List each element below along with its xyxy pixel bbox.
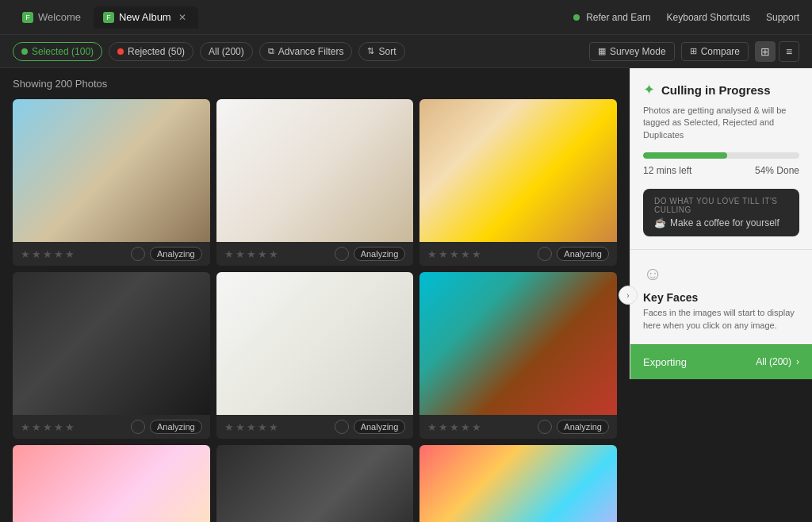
photo-card-8[interactable]: ★★★★★Analyzing (216, 445, 414, 522)
sidebar-toggle-btn[interactable]: › (619, 286, 638, 305)
photo-card-2[interactable]: ★★★★★Analyzing (216, 99, 414, 266)
selected-filter-label: Selected (100) (32, 46, 94, 57)
photo-card-9[interactable]: ★★★★★Analyzing (419, 445, 617, 522)
photo-card-1[interactable]: ★★★★★Analyzing (13, 99, 210, 266)
star-0[interactable]: ★ (21, 421, 30, 433)
photo-select-circle-2[interactable] (335, 247, 349, 261)
tab-album[interactable]: F New Album ✕ (94, 6, 198, 29)
photo-select-circle-4[interactable] (131, 420, 145, 434)
star-0[interactable]: ★ (21, 248, 30, 260)
sort-icon: ⇅ (367, 46, 374, 56)
star-3[interactable]: ★ (54, 248, 63, 260)
photo-grid-container[interactable]: Showing 200 Photos ★★★★★Analyzing★★★★★An… (0, 68, 630, 522)
photo-card-7[interactable]: ★★★★★Analyzing (13, 445, 210, 522)
photo-stars-1[interactable]: ★★★★★ (21, 248, 75, 260)
rejected-filter-label: Rejected (50) (128, 46, 185, 57)
grid-view-btn[interactable]: ⊞ (755, 41, 776, 62)
photo-count: Showing 200 Photos (13, 78, 617, 90)
star-0[interactable]: ★ (427, 421, 437, 433)
star-2[interactable]: ★ (450, 421, 459, 433)
photo-select-circle-1[interactable] (131, 247, 145, 261)
photo-image-3 (419, 99, 617, 242)
photo-actions-5: Analyzing (335, 420, 406, 434)
star-2[interactable]: ★ (247, 421, 256, 433)
star-4[interactable]: ★ (472, 248, 481, 260)
culling-header: ✦ Culling in Progress (643, 81, 799, 98)
star-1[interactable]: ★ (236, 248, 245, 260)
star-1[interactable]: ★ (439, 421, 448, 433)
star-4[interactable]: ★ (269, 421, 278, 433)
star-1[interactable]: ★ (32, 248, 41, 260)
photo-select-circle-3[interactable] (538, 247, 552, 261)
topbar: F Welcome F New Album ✕ Refer and Earn K… (0, 0, 812, 35)
selected-filter-btn[interactable]: Selected (100) (13, 42, 102, 61)
support-link[interactable]: Support (766, 12, 799, 23)
photo-card-6[interactable]: ★★★★★Analyzing (419, 272, 617, 439)
star-3[interactable]: ★ (461, 421, 470, 433)
photo-stars-2[interactable]: ★★★★★ (224, 248, 278, 260)
star-3[interactable]: ★ (258, 421, 267, 433)
star-2[interactable]: ★ (43, 421, 52, 433)
advance-filters-btn[interactable]: ⧉ Advance Filters (259, 42, 353, 61)
topbar-nav: Refer and Earn Keyboard Shortcuts Suppor… (573, 12, 799, 23)
rejected-filter-btn[interactable]: Rejected (50) (109, 42, 193, 61)
photo-image-5 (216, 272, 414, 415)
advance-filters-label: Advance Filters (278, 46, 344, 57)
tab-welcome[interactable]: F Welcome (13, 6, 90, 28)
photo-actions-6: Analyzing (538, 420, 609, 434)
culling-title: Culling in Progress (661, 83, 771, 97)
photo-footer-3: ★★★★★Analyzing (419, 242, 617, 266)
star-0[interactable]: ★ (224, 248, 234, 260)
refer-earn-link[interactable]: Refer and Earn (573, 12, 651, 23)
all-filter-btn[interactable]: All (200) (200, 42, 253, 61)
compare-icon: ⊞ (690, 46, 697, 56)
sort-btn[interactable]: ⇅ Sort (358, 42, 404, 61)
compare-label: Compare (701, 46, 740, 57)
analyzing-badge-4: Analyzing (150, 420, 202, 434)
star-4[interactable]: ★ (65, 248, 75, 260)
star-4[interactable]: ★ (472, 421, 481, 433)
survey-mode-btn[interactable]: ▦ Survey Mode (589, 42, 675, 61)
photo-card-3[interactable]: ★★★★★Analyzing (419, 99, 617, 266)
photo-select-circle-5[interactable] (335, 420, 349, 434)
photo-image-8 (216, 445, 414, 522)
photo-card-5[interactable]: ★★★★★Analyzing (216, 272, 414, 439)
star-1[interactable]: ★ (439, 248, 448, 260)
photo-footer-1: ★★★★★Analyzing (13, 242, 210, 266)
photo-actions-1: Analyzing (131, 247, 202, 261)
star-2[interactable]: ★ (247, 248, 256, 260)
photo-image-9 (419, 445, 617, 522)
keyboard-shortcuts-link[interactable]: Keyboard Shortcuts (667, 12, 750, 23)
key-faces-section: ☺ Key Faces Faces in the images will sta… (630, 250, 812, 344)
star-2[interactable]: ★ (43, 248, 52, 260)
star-3[interactable]: ★ (54, 421, 63, 433)
star-4[interactable]: ★ (65, 421, 75, 433)
refer-earn-label: Refer and Earn (586, 12, 650, 23)
star-4[interactable]: ★ (269, 248, 278, 260)
analyzing-badge-2: Analyzing (354, 247, 406, 261)
photo-select-circle-6[interactable] (538, 420, 552, 434)
photo-stars-3[interactable]: ★★★★★ (427, 248, 481, 260)
export-arrow-icon: › (796, 356, 799, 367)
tab-album-label: New Album (119, 11, 171, 23)
coffee-text: ☕ Make a coffee for yourself (654, 217, 788, 228)
photo-card-4[interactable]: ★★★★★Analyzing (13, 272, 210, 439)
star-1[interactable]: ★ (32, 421, 41, 433)
photo-stars-6[interactable]: ★★★★★ (427, 421, 481, 433)
star-3[interactable]: ★ (461, 248, 470, 260)
survey-icon: ▦ (598, 46, 606, 56)
progress-bar-bg (643, 152, 799, 159)
photo-footer-2: ★★★★★Analyzing (216, 242, 414, 266)
export-button[interactable]: Exporting All (200) › (630, 344, 812, 379)
star-0[interactable]: ★ (427, 248, 437, 260)
photo-stars-5[interactable]: ★★★★★ (224, 421, 278, 433)
list-view-btn[interactable]: ≡ (779, 41, 799, 62)
compare-btn[interactable]: ⊞ Compare (681, 42, 749, 61)
photo-stars-4[interactable]: ★★★★★ (21, 421, 75, 433)
star-2[interactable]: ★ (450, 248, 459, 260)
star-0[interactable]: ★ (224, 421, 234, 433)
star-3[interactable]: ★ (258, 248, 267, 260)
analyzing-badge-1: Analyzing (150, 247, 202, 261)
tab-close-icon[interactable]: ✕ (176, 11, 189, 24)
star-1[interactable]: ★ (236, 421, 245, 433)
